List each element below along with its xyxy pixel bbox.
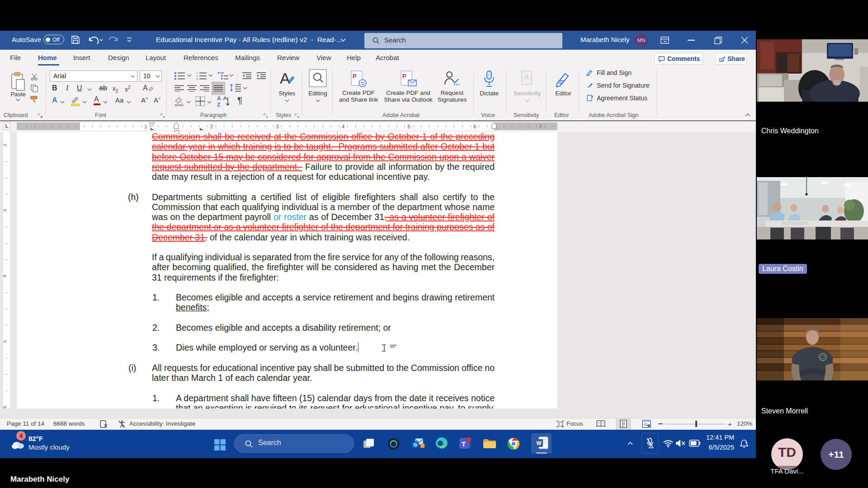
svg-text:4: 4 — [342, 124, 344, 129]
svg-text:3: 3 — [196, 78, 198, 80]
svg-text:P: P — [353, 73, 357, 80]
svg-text:W: W — [537, 440, 542, 446]
svg-text:4: 4 — [3, 275, 7, 277]
svg-text:z: z — [745, 440, 747, 444]
svg-text:Z: Z — [217, 102, 220, 107]
svg-text:2: 2 — [210, 124, 213, 129]
svg-text:7: 7 — [539, 124, 542, 129]
svg-text:5: 5 — [407, 124, 410, 129]
svg-text:3: 3 — [276, 124, 278, 129]
svg-text:5: 5 — [3, 340, 7, 343]
svg-text:2: 2 — [3, 144, 7, 146]
svg-text:A: A — [217, 95, 221, 102]
svg-text:1: 1 — [196, 72, 198, 75]
svg-text:1: 1 — [144, 124, 147, 129]
svg-text:T: T — [462, 440, 466, 448]
svg-text:3: 3 — [3, 209, 7, 212]
svg-text:P: P — [402, 73, 406, 80]
svg-text:6: 6 — [3, 406, 7, 408]
svg-text:6: 6 — [473, 124, 476, 129]
svg-text:o: o — [414, 441, 417, 448]
svg-text:A: A — [280, 70, 290, 87]
